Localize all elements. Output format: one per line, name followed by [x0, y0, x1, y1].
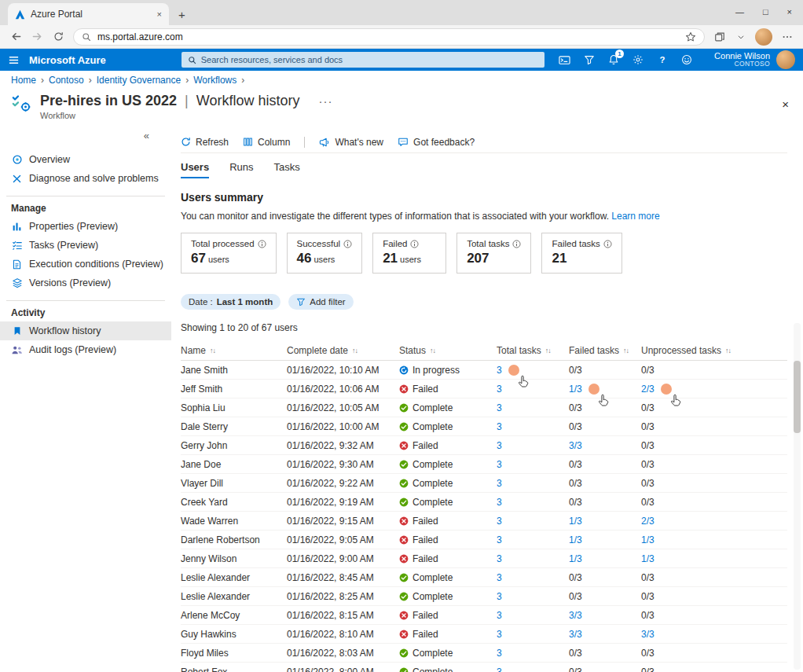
cell-total-tasks-link[interactable]: 3: [497, 365, 502, 376]
info-icon[interactable]: [603, 240, 612, 248]
favorites-star-icon[interactable]: [685, 31, 696, 42]
table-row[interactable]: Arlene McCoy01/16/2022, 8:15 AMFailed33/…: [181, 606, 787, 625]
add-filter-button[interactable]: Add filter: [288, 294, 353, 310]
cell-failed-tasks-link[interactable]: 3/3: [569, 610, 582, 621]
table-row[interactable]: Leslie Alexander01/16/2022, 8:45 AMCompl…: [181, 568, 787, 587]
cell-failed-tasks-link[interactable]: 1/3: [569, 384, 582, 395]
cell-unprocessed-tasks-link[interactable]: 2/3: [641, 384, 654, 395]
cell-total-tasks-link[interactable]: 3: [497, 610, 502, 621]
table-row[interactable]: Leslie Alexander01/16/2022, 8:25 AMCompl…: [181, 587, 787, 606]
hamburger-menu-icon[interactable]: [8, 54, 20, 66]
cell-total-tasks-link[interactable]: 3: [497, 459, 502, 470]
cell-total-tasks-link[interactable]: 3: [497, 440, 502, 451]
back-icon[interactable]: [9, 30, 23, 43]
info-icon[interactable]: [258, 240, 266, 248]
sidebar-item-properties-preview[interactable]: Properties (Preview): [0, 217, 171, 236]
column-header-total-tasks[interactable]: Total tasks↑↓: [497, 345, 569, 356]
cell-unprocessed-tasks-link[interactable]: 1/3: [641, 534, 654, 545]
url-bar[interactable]: ms.portal.azure.com: [73, 28, 705, 46]
table-row[interactable]: Robert Fox01/16/2022, 8:00 AMComplete30/…: [181, 663, 787, 672]
chevron-down-icon[interactable]: [734, 30, 747, 43]
global-search-input[interactable]: [201, 55, 538, 64]
cell-total-tasks-link[interactable]: 3: [497, 384, 502, 395]
sidebar-item-workflow-history[interactable]: Workflow history: [0, 321, 171, 340]
account-menu[interactable]: Connie Wilson CONTOSO: [714, 50, 795, 69]
table-row[interactable]: Sophia Liu01/16/2022, 10:05 AMComplete30…: [181, 398, 787, 417]
cell-failed-tasks-link[interactable]: 3/3: [569, 629, 582, 640]
column-header-failed-tasks[interactable]: Failed tasks↑↓: [569, 345, 641, 356]
browser-tab[interactable]: Azure Portal ×: [8, 3, 169, 25]
cloud-shell-icon[interactable]: [559, 54, 570, 66]
table-row[interactable]: Jane Doe01/16/2022, 9:30 AMComplete30/30…: [181, 455, 787, 474]
reload-icon[interactable]: [52, 30, 65, 43]
more-options-button[interactable]: ···: [318, 94, 332, 108]
cell-total-tasks-link[interactable]: 3: [497, 572, 502, 583]
cell-unprocessed-tasks-link[interactable]: 3/3: [641, 629, 654, 640]
sidebar-item-diagnose-and-solve-problems[interactable]: Diagnose and solve problems: [0, 169, 171, 188]
sidebar-item-overview[interactable]: Overview: [0, 150, 171, 169]
cell-total-tasks-link[interactable]: 3: [497, 402, 502, 413]
tab-runs[interactable]: Runs: [229, 161, 253, 178]
whats-new-button[interactable]: What's new: [319, 137, 383, 148]
refresh-button[interactable]: Refresh: [181, 137, 229, 148]
cell-total-tasks-link[interactable]: 3: [497, 497, 502, 508]
column-header-name[interactable]: Name↑↓: [181, 345, 287, 356]
browser-menu-icon[interactable]: [780, 30, 794, 43]
sidebar-collapse-button[interactable]: «: [0, 130, 171, 145]
sidebar-item-execution-conditions-preview[interactable]: Execution conditions (Preview): [0, 255, 171, 274]
forward-icon[interactable]: [31, 30, 44, 43]
new-tab-button[interactable]: +: [178, 9, 185, 20]
info-icon[interactable]: [343, 240, 352, 248]
cell-total-tasks-link[interactable]: 3: [497, 516, 502, 527]
column-header-status[interactable]: Status↑↓: [399, 345, 497, 356]
close-window-button[interactable]: ×: [787, 7, 792, 17]
table-row[interactable]: Jeff Smith01/16/2022, 10:06 AMFailed31/3…: [181, 380, 787, 398]
sidebar-item-versions-preview[interactable]: Versions (Preview): [0, 274, 171, 292]
cell-unprocessed-tasks-link[interactable]: 1/3: [641, 553, 654, 564]
cell-total-tasks-link[interactable]: 3: [497, 629, 502, 640]
table-row[interactable]: Gerry John01/16/2022, 9:32 AMFailed33/30…: [181, 436, 787, 455]
maximize-button[interactable]: □: [763, 7, 768, 17]
cell-total-tasks-link[interactable]: 3: [497, 421, 502, 432]
feedback-button[interactable]: Got feedback?: [398, 137, 475, 148]
tab-tasks[interactable]: Tasks: [274, 161, 300, 178]
settings-gear-icon[interactable]: [632, 54, 644, 65]
cell-failed-tasks-link[interactable]: 1/3: [569, 516, 582, 527]
cell-failed-tasks-link[interactable]: 1/3: [569, 534, 582, 545]
table-row[interactable]: Guy Hawkins01/16/2022, 8:10 AMFailed33/3…: [181, 625, 787, 644]
help-icon[interactable]: ?: [657, 54, 668, 65]
table-row[interactable]: Dale Sterry01/16/2022, 10:00 AMComplete3…: [181, 417, 787, 436]
cell-unprocessed-tasks-link[interactable]: 2/3: [641, 516, 654, 527]
sidebar-item-audit-logs-preview[interactable]: Audit logs (Preview): [0, 340, 171, 359]
column-header-unprocessed-tasks[interactable]: Unprocessed tasks↑↓: [641, 345, 787, 356]
cell-total-tasks-link[interactable]: 3: [497, 591, 502, 602]
table-row[interactable]: Creek Yard01/16/2022, 9:19 AMComplete30/…: [181, 493, 787, 512]
tab-close-icon[interactable]: ×: [157, 9, 162, 19]
azure-brand[interactable]: Microsoft Azure: [29, 54, 106, 66]
table-scrollbar[interactable]: [794, 323, 801, 670]
cell-failed-tasks-link[interactable]: 3/3: [569, 440, 582, 451]
notifications-button[interactable]: 1: [608, 54, 619, 65]
cell-total-tasks-link[interactable]: 3: [497, 553, 502, 564]
close-blade-button[interactable]: ×: [782, 97, 789, 111]
column-button[interactable]: Column: [243, 137, 290, 148]
cell-total-tasks-link[interactable]: 3: [497, 534, 502, 545]
sidebar-item-tasks-preview[interactable]: Tasks (Preview): [0, 236, 171, 255]
table-row[interactable]: Darlene Robertson01/16/2022, 9:05 AMFail…: [181, 531, 787, 549]
column-header-complete-date[interactable]: Complete date↑↓: [287, 345, 399, 356]
table-row[interactable]: Jane Smith01/16/2022, 10:10 AMIn progres…: [181, 361, 787, 380]
scrollbar-thumb[interactable]: [794, 361, 801, 433]
table-row[interactable]: Vlayer Dill01/16/2022, 9:22 AMComplete30…: [181, 474, 787, 493]
breadcrumb-link-identity-governance[interactable]: Identity Governance: [97, 75, 181, 86]
info-icon[interactable]: [512, 240, 521, 248]
table-row[interactable]: Jenny Wilson01/16/2022, 9:00 AMFailed31/…: [181, 549, 787, 568]
date-filter-pill[interactable]: Date : Last 1 month: [181, 294, 280, 310]
info-icon[interactable]: [410, 240, 419, 248]
table-row[interactable]: Floyd Miles01/16/2022, 8:03 AMComplete30…: [181, 644, 787, 663]
global-search[interactable]: [182, 52, 544, 68]
minimize-button[interactable]: —: [735, 7, 744, 17]
tab-users[interactable]: Users: [181, 161, 209, 178]
cell-total-tasks-link[interactable]: 3: [497, 648, 502, 659]
cell-total-tasks-link[interactable]: 3: [497, 666, 502, 672]
breadcrumb-link-contoso[interactable]: Contoso: [49, 75, 84, 86]
